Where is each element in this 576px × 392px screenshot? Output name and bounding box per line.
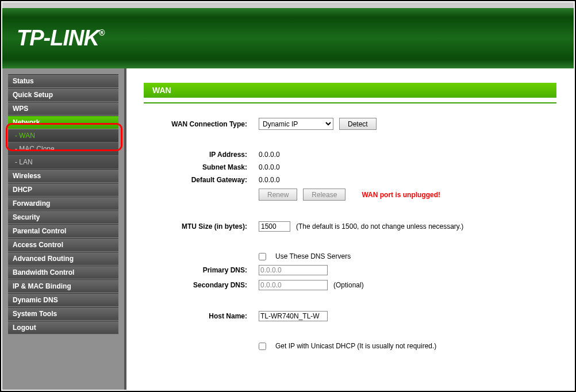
- nav-dynamic-dns[interactable]: Dynamic DNS: [8, 293, 118, 307]
- unicast-checkbox[interactable]: [259, 343, 266, 350]
- nav-system-tools[interactable]: System Tools: [8, 307, 118, 321]
- nav-quick-setup[interactable]: Quick Setup: [8, 88, 118, 102]
- nav-dhcp[interactable]: DHCP: [8, 183, 118, 197]
- unicast-label: Get IP with Unicast DHCP (It is usually …: [275, 342, 436, 350]
- renew-button[interactable]: Renew: [259, 189, 297, 201]
- nav-bandwidth-control[interactable]: Bandwidth Control: [8, 266, 118, 279]
- sdns-note: (Optional): [333, 281, 364, 289]
- ip-value: 0.0.0.0: [259, 151, 280, 159]
- conn-type-select[interactable]: Dynamic IP: [259, 118, 333, 130]
- dns-check-label: Use These DNS Servers: [275, 252, 351, 260]
- nav-sub-mac-clone[interactable]: - MAC Clone: [8, 143, 118, 156]
- conn-type-label: WAN Connection Type:: [144, 120, 259, 128]
- nav-sub-lan[interactable]: - LAN: [8, 156, 118, 169]
- gw-value: 0.0.0.0: [259, 176, 280, 184]
- gw-label: Default Gateway:: [144, 176, 259, 184]
- nav-wps[interactable]: WPS: [8, 102, 118, 116]
- ip-label: IP Address:: [144, 151, 259, 159]
- wan-warning: WAN port is unplugged!: [362, 191, 440, 199]
- pdns-label: Primary DNS:: [144, 266, 259, 274]
- host-input[interactable]: [259, 311, 328, 321]
- nav-wireless[interactable]: Wireless: [8, 169, 118, 183]
- nav-access-control[interactable]: Access Control: [8, 238, 118, 252]
- sdns-label: Secondary DNS:: [144, 281, 259, 289]
- page-title: WAN: [144, 83, 556, 98]
- pdns-input[interactable]: [259, 265, 328, 275]
- header: TP-LINK®: [2, 2, 574, 68]
- release-button[interactable]: Release: [303, 189, 345, 201]
- content-area: WAN WAN Connection Type: Dynamic IP Dete…: [126, 68, 574, 390]
- nav-parental-control[interactable]: Parental Control: [8, 224, 118, 238]
- divider: [144, 102, 556, 103]
- host-label: Host Name:: [144, 312, 259, 320]
- sidebar: Status Quick Setup WPS Network - WAN - M…: [2, 68, 126, 390]
- nav-forwarding[interactable]: Forwarding: [8, 197, 118, 210]
- detect-button[interactable]: Detect: [339, 118, 377, 130]
- brand-logo: TP-LINK®: [17, 26, 104, 51]
- mask-value: 0.0.0.0: [259, 163, 280, 171]
- nav-advanced-routing[interactable]: Advanced Routing: [8, 252, 118, 266]
- nav-security[interactable]: Security: [8, 210, 118, 224]
- nav-network[interactable]: Network: [8, 116, 118, 129]
- nav-status[interactable]: Status: [8, 74, 118, 88]
- nav-logout[interactable]: Logout: [8, 321, 118, 335]
- mtu-note: (The default is 1500, do not change unle…: [296, 222, 463, 230]
- sdns-input[interactable]: [259, 280, 328, 290]
- mtu-label: MTU Size (in bytes):: [144, 222, 259, 230]
- dns-checkbox[interactable]: [259, 253, 266, 260]
- mask-label: Subnet Mask:: [144, 163, 259, 171]
- nav-sub-wan[interactable]: - WAN: [8, 129, 118, 143]
- nav-ip-mac-binding[interactable]: IP & MAC Binding: [8, 279, 118, 293]
- mtu-input[interactable]: [259, 221, 290, 232]
